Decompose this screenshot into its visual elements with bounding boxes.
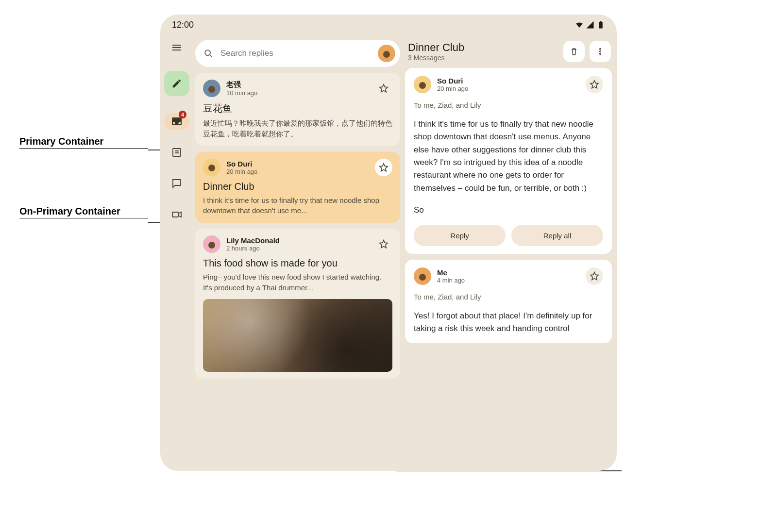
nav-chat[interactable]	[164, 175, 189, 192]
search-input[interactable]	[220, 49, 371, 58]
message-recipients: To me, Ziad, and Lily	[414, 101, 603, 109]
detail-pane: Dinner Club 3 Messages So Duri 20 min ag…	[405, 40, 612, 471]
message-sender: So Duri	[437, 77, 580, 85]
thread-subject: This food show is made for you	[203, 258, 392, 269]
reply-button[interactable]: Reply	[414, 225, 506, 246]
star-button[interactable]	[375, 159, 392, 176]
wifi-icon	[575, 20, 584, 29]
account-avatar[interactable]	[378, 45, 395, 62]
star-button[interactable]	[586, 76, 603, 93]
signal-icon	[586, 20, 594, 29]
thread-item[interactable]: Lily MacDonald 2 hours ago This food sho…	[195, 229, 400, 379]
svg-point-4	[600, 51, 601, 52]
battery-icon	[596, 20, 605, 29]
thread-list-pane: 老强 10 min ago 豆花鱼 最近忙吗？昨晚我去了你最爱的那家饭馆，点了他…	[193, 35, 402, 471]
annotation-primary-container: Primary Container	[19, 136, 155, 147]
thread-preview: Ping– you'd love this new food show I st…	[203, 272, 392, 293]
conversation-count: 3 Messages	[408, 54, 558, 62]
device-frame: 12:00 4	[160, 15, 617, 471]
svg-point-2	[205, 50, 210, 55]
thread-time: 2 hours ago	[226, 245, 369, 252]
thread-time: 20 min ago	[226, 168, 369, 175]
navigation-rail: 4	[160, 35, 193, 471]
status-icons	[575, 20, 605, 29]
status-time: 12:00	[172, 20, 194, 30]
sender-name: 老强	[226, 80, 369, 89]
star-button[interactable]	[586, 267, 603, 285]
sender-avatar	[203, 80, 220, 97]
svg-point-5	[600, 53, 601, 55]
trash-icon	[569, 47, 579, 56]
message-signature: So	[414, 205, 603, 215]
thread-subject: Dinner Club	[203, 181, 392, 192]
svg-rect-1	[172, 212, 178, 217]
sender-name: So Duri	[226, 160, 369, 168]
message-body: I think it's time for us to finally try …	[414, 118, 603, 195]
message-card: Me 4 min ago To me, Ziad, and Lily Yes! …	[405, 260, 612, 343]
nav-articles[interactable]	[164, 144, 189, 161]
star-button[interactable]	[375, 80, 392, 97]
reply-all-button[interactable]: Reply all	[511, 225, 603, 246]
message-card: So Duri 20 min ago To me, Ziad, and Lily…	[405, 68, 612, 254]
thread-image	[203, 299, 392, 372]
message-recipients: To me, Ziad, and Lily	[414, 293, 603, 301]
diagram-annotations: Primary Container On-Primary Container	[19, 136, 155, 222]
thread-time: 10 min ago	[226, 89, 369, 97]
message-sender: Me	[437, 268, 580, 277]
conversation-title: Dinner Club	[408, 41, 558, 54]
nav-inbox[interactable]: 4	[164, 113, 189, 130]
sender-avatar	[414, 76, 431, 93]
thread-subject: 豆花鱼	[203, 102, 392, 115]
status-bar: 12:00	[160, 15, 617, 35]
star-button[interactable]	[375, 235, 392, 253]
sender-avatar	[414, 267, 431, 285]
message-time: 20 min ago	[437, 85, 580, 92]
search-icon	[203, 48, 214, 59]
delete-button[interactable]	[563, 41, 585, 62]
more-vert-icon	[595, 47, 605, 56]
overflow-button[interactable]	[590, 41, 611, 62]
svg-point-3	[600, 49, 601, 50]
annotation-on-primary-container: On-Primary Container	[19, 206, 155, 217]
message-body: Yes! I forgot about that place! I'm defi…	[414, 310, 603, 335]
thread-preview: I think it's time for us to finally try …	[203, 195, 392, 216]
nav-video[interactable]	[164, 206, 189, 223]
thread-item[interactable]: 老强 10 min ago 豆花鱼 最近忙吗？昨晚我去了你最爱的那家饭馆，点了他…	[195, 73, 400, 146]
sender-name: Lily MacDonald	[226, 236, 369, 245]
inbox-badge: 4	[179, 111, 186, 118]
message-time: 4 min ago	[437, 277, 580, 284]
thread-preview: 最近忙吗？昨晚我去了你最爱的那家饭馆，点了他们的特色豆花鱼，吃着吃着就想你了。	[203, 118, 392, 139]
menu-button[interactable]	[171, 42, 183, 55]
sender-avatar	[203, 159, 220, 176]
compose-fab[interactable]	[164, 71, 189, 96]
svg-rect-0	[173, 149, 181, 156]
sender-avatar	[203, 235, 220, 253]
search-bar[interactable]	[195, 40, 400, 67]
thread-item-selected[interactable]: So Duri 20 min ago Dinner Club I think i…	[195, 152, 400, 223]
